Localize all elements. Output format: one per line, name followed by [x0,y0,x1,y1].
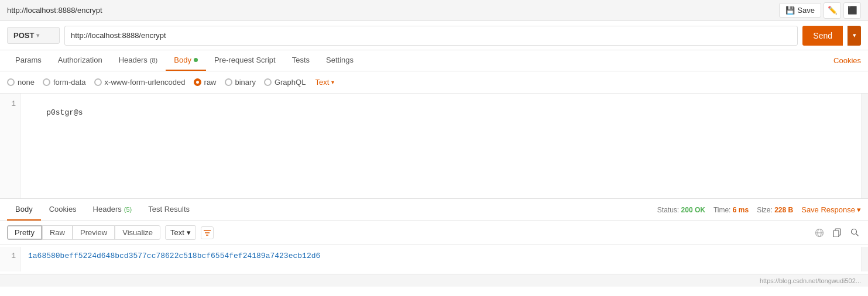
tab-pre-request[interactable]: Pre-request Script [206,50,284,71]
response-meta: Status: 200 OK Time: 6 ms Size: 228 B Sa… [657,205,861,214]
response-content: 1a68580beff5224d648bcd3577cc78622c518bcf… [21,247,861,271]
search-icon[interactable] [848,226,861,239]
response-right-icons [813,226,861,239]
save-icon: 💾 [785,6,795,15]
radio-raw[interactable]: raw [194,78,217,87]
status-value: 200 OK [681,206,705,214]
response-tab-cookies[interactable]: Cookies [41,199,85,221]
text-format-dropdown[interactable]: Text ▾ [165,225,196,240]
radio-form-data[interactable]: form-data [43,78,86,87]
tab-params[interactable]: Params [7,50,50,71]
response-tab-body[interactable]: Body [7,199,41,221]
radio-none-circle [7,78,15,86]
method-chevron-icon: ▾ [36,32,39,39]
method-label: POST [13,31,34,40]
console-icon: ⬛ [848,6,857,15]
copy-icon[interactable] [831,226,843,239]
svg-line-9 [856,234,858,236]
text-format-chevron-icon: ▾ [187,228,191,237]
response-scrollbar[interactable] [861,247,868,271]
tab-body[interactable]: Body [166,50,206,71]
radio-binary[interactable]: binary [225,78,256,87]
save-response-chevron-icon: ▾ [857,205,861,214]
raw-format-dropdown[interactable]: Text ▾ [315,78,334,87]
radio-none[interactable]: none [7,78,35,87]
status-label: Status: 200 OK [657,206,705,214]
console-button[interactable]: ⬛ [843,2,861,19]
time-value: 6 ms [733,206,749,214]
url-bar: POST ▾ Send ▾ [0,21,868,50]
editor-content[interactable]: p0stgr@s [21,94,861,198]
save-button[interactable]: 💾 Save [779,3,821,18]
title-bar-actions: 💾 Save ✏️ ⬛ [779,2,861,19]
body-type-radio-group: none form-data x-www-form-urlencoded raw… [7,78,306,87]
title-bar: http://localhost:8888/encrypt 💾 Save ✏️ … [0,0,868,21]
editor-line-numbers: 1 [0,94,21,198]
tab-authorization[interactable]: Authorization [50,50,111,71]
format-pretty[interactable]: Pretty [7,225,42,240]
body-type-bar: none form-data x-www-form-urlencoded raw… [0,71,868,94]
edit-icon: ✏️ [828,6,838,15]
request-editor: 1 p0stgr@s [0,94,868,199]
svg-point-8 [851,229,856,235]
radio-form-data-circle [43,78,50,86]
svg-rect-7 [833,230,839,237]
response-tab-headers[interactable]: Headers (5) [85,199,140,221]
radio-urlencoded[interactable]: x-www-form-urlencoded [94,78,186,87]
status-bar: https://blog.csdn.net/tongwudi502... [0,274,868,287]
status-bar-url: https://blog.csdn.net/tongwudi502... [760,277,861,284]
editor-scrollbar[interactable] [861,94,868,198]
tab-settings[interactable]: Settings [318,50,362,71]
response-header: Body Cookies Headers (5) Test Results St… [0,199,868,221]
cookies-link[interactable]: Cookies [833,56,861,65]
raw-format-chevron-icon: ▾ [331,79,334,85]
filter-icon[interactable] [201,226,214,239]
window-title: http://localhost:8888/encrypt [7,6,102,15]
size-label: Size: 228 B [757,206,793,214]
radio-urlencoded-circle [94,78,102,86]
method-select[interactable]: POST ▾ [7,27,60,44]
response-tabs: Body Cookies Headers (5) Test Results [7,199,198,221]
send-chevron-button[interactable]: ▾ [848,26,861,46]
body-dot [194,58,198,62]
format-tabs: Pretty Raw Preview Visualize [7,225,160,240]
radio-raw-circle [194,78,201,86]
request-tab-bar: Params Authorization Headers (8) Body Pr… [0,50,868,71]
response-body: 1 1a68580beff5224d648bcd3577cc78622c518b… [0,245,868,274]
tab-tests[interactable]: Tests [284,50,318,71]
send-button[interactable]: Send [802,26,843,46]
response-toolbar: Pretty Raw Preview Visualize Text ▾ [0,221,868,245]
globe-icon [813,226,826,239]
save-response-button[interactable]: Save Response ▾ [801,205,861,214]
time-label: Time: 6 ms [713,206,749,214]
radio-graphql[interactable]: GraphQL [264,78,306,87]
response-line-numbers: 1 [0,247,21,271]
format-preview[interactable]: Preview [73,225,115,240]
radio-binary-circle [225,78,232,86]
tab-headers[interactable]: Headers (8) [111,50,166,71]
request-tabs: Params Authorization Headers (8) Body Pr… [7,50,362,71]
format-visualize[interactable]: Visualize [115,225,160,240]
format-raw[interactable]: Raw [42,225,73,240]
radio-graphql-circle [264,78,272,86]
size-value: 228 B [774,206,793,214]
response-tab-test-results[interactable]: Test Results [140,199,198,221]
edit-button[interactable]: ✏️ [824,2,841,19]
url-input[interactable] [64,26,798,46]
